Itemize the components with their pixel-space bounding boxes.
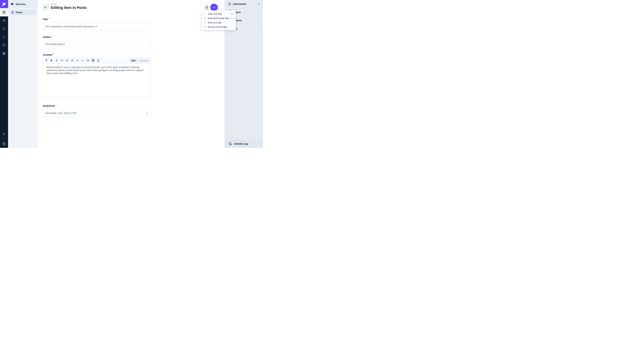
- menu-item-save-and-stay[interactable]: Save and Stay ⌘S: [202, 11, 236, 16]
- author-input[interactable]: Fernanda Alvarez: [43, 40, 151, 48]
- sidebar-item-posts[interactable]: Posts: [10, 9, 36, 15]
- directus-rabbit-logo: [2, 1, 6, 6]
- title-input[interactable]: The Importance of Mental Health Awarenes…: [43, 22, 151, 30]
- project-header[interactable]: Directus: [8, 0, 38, 8]
- info-icon: [228, 2, 231, 6]
- editor-toolbar: 123 Edit Preview: [43, 58, 151, 63]
- navigation-sidebar: Directus Posts: [8, 0, 38, 148]
- blockquote-icon[interactable]: [76, 59, 79, 62]
- required-star-icon: [55, 104, 57, 105]
- check-icon: [212, 5, 216, 9]
- author-field-label: Author: [43, 35, 151, 38]
- shortcut-label: ⌘⇧S: [230, 17, 236, 19]
- trash-icon: [205, 6, 209, 9]
- published-field-label: Published: [43, 104, 151, 107]
- required-star-icon: [52, 35, 53, 36]
- plus-icon: [203, 16, 206, 19]
- files-module-folder-icon: [2, 27, 6, 31]
- required-star-icon: [48, 17, 50, 19]
- save-button[interactable]: [210, 4, 218, 11]
- module-users[interactable]: [0, 16, 8, 25]
- activity-log-label: Activity Log: [234, 142, 248, 145]
- module-files[interactable]: [0, 25, 8, 33]
- notifications-bell-icon: [2, 132, 6, 136]
- module-bar-divider: [2, 139, 6, 139]
- account-avatar-icon: [2, 142, 6, 146]
- arrow-left-icon: [44, 5, 48, 9]
- strikethrough-icon[interactable]: [60, 59, 64, 62]
- more-vertical-icon: [218, 5, 219, 9]
- page-title: Editing Item in Posts: [51, 5, 86, 10]
- text-size-icon[interactable]: [44, 59, 48, 62]
- directus-logo-button[interactable]: [0, 0, 8, 8]
- svg-text:3: 3: [71, 61, 72, 62]
- tab-edit[interactable]: Edit: [130, 58, 137, 63]
- info-sidebar-header: Information: [224, 0, 263, 8]
- menu-item-save-as-copy[interactable]: Save as Copy: [202, 20, 236, 25]
- bold-icon[interactable]: [50, 59, 53, 62]
- account-button[interactable]: [0, 140, 8, 148]
- menu-item-save-and-create-new[interactable]: Save and Create New ⌘⇧S: [202, 16, 236, 20]
- database-icon: [11, 11, 14, 14]
- required-star-icon: [53, 53, 54, 54]
- module-insights[interactable]: [0, 33, 8, 41]
- content-field-label: Content: [43, 53, 151, 56]
- users-module-icon: [2, 18, 6, 22]
- shortcut-label: ⌘S: [230, 12, 234, 15]
- undo-icon: [203, 25, 206, 28]
- chevron-down-icon: [258, 19, 260, 22]
- italic-icon[interactable]: [55, 59, 58, 62]
- content-module-cube-icon: [2, 10, 6, 14]
- content-textarea[interactable]: Mental health is just as important as ph…: [43, 63, 151, 98]
- module-settings[interactable]: [0, 49, 8, 57]
- image-icon[interactable]: [96, 59, 100, 62]
- table-icon[interactable]: [92, 59, 95, 62]
- clipboard-clock-icon: [228, 142, 232, 145]
- notifications-button[interactable]: [0, 130, 8, 138]
- menu-item-discard-all-changes[interactable]: Discard All Changes: [202, 25, 236, 29]
- sidebar-title: Information: [233, 3, 246, 5]
- delete-button[interactable]: [204, 4, 210, 10]
- sidebar-item-label: Posts: [16, 11, 22, 14]
- close-x-icon[interactable]: [258, 3, 260, 5]
- content-editor: 123 Edit Preview Mental health is just a…: [43, 58, 151, 98]
- code-icon[interactable]: [81, 59, 84, 62]
- svg-text:?: ?: [4, 44, 4, 46]
- activity-log-button[interactable]: Activity Log: [224, 140, 263, 148]
- chevron-down-icon: [258, 11, 260, 13]
- module-bar: ?: [0, 0, 8, 148]
- clear-x-icon[interactable]: [146, 112, 148, 114]
- link-icon[interactable]: [86, 59, 90, 62]
- insights-module-icon: [2, 35, 6, 39]
- fan-icon: [10, 2, 14, 6]
- save-options-menu: Save and Stay ⌘S Save and Create New ⌘⇧S…: [202, 10, 236, 30]
- bulleted-list-icon[interactable]: [66, 59, 69, 62]
- field-edited-dot: [42, 19, 42, 20]
- breadcrumb[interactable]: Posts: [51, 3, 57, 5]
- published-input[interactable]: November 11th, 2024 12:00: [43, 109, 151, 117]
- chevron-down-icon: [258, 27, 260, 30]
- title-field-label: Title: [43, 18, 151, 21]
- settings-gear-icon: [2, 52, 6, 55]
- help-module-icon: ?: [2, 43, 6, 47]
- numbered-list-icon[interactable]: 123: [70, 59, 74, 62]
- main-content: Posts Editing Item in Posts Title: [38, 0, 224, 148]
- item-form: Title The Importance of Mental Health Aw…: [43, 18, 151, 117]
- project-name: Directus: [16, 3, 26, 5]
- module-content[interactable]: [0, 8, 8, 16]
- module-help[interactable]: ?: [0, 41, 8, 49]
- back-button[interactable]: [42, 4, 49, 11]
- directus-app: ? Directus: [0, 0, 263, 148]
- tab-preview[interactable]: Preview: [138, 58, 150, 63]
- check-icon: [203, 12, 206, 15]
- double-check-icon: [203, 21, 206, 24]
